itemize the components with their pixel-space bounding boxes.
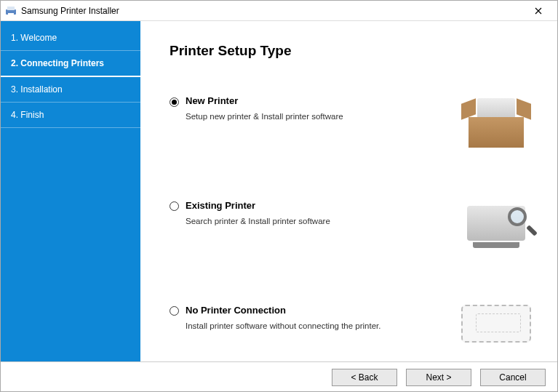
sidebar-item-label: 3. Installation <box>11 84 63 95</box>
close-button[interactable] <box>524 1 553 20</box>
cancel-button[interactable]: Cancel <box>480 369 546 386</box>
printer-in-box-icon <box>461 95 531 152</box>
option-title: New Printer <box>186 95 445 106</box>
window-title: Samsung Printer Installer <box>21 6 524 16</box>
option-title: Existing Printer <box>186 200 445 211</box>
option-no-printer[interactable]: No Printer Connection Install printer so… <box>170 305 540 369</box>
ghost-printer-icon <box>461 305 531 343</box>
app-icon <box>5 5 17 17</box>
svg-rect-1 <box>7 7 15 10</box>
page-title: Printer Setup Type <box>170 43 540 59</box>
sidebar-item-label: 4. Finish <box>11 110 44 120</box>
option-desc: Install printer software without connect… <box>186 321 445 330</box>
radio-new-printer[interactable] <box>170 97 179 107</box>
sidebar-item-installation[interactable]: 3. Installation <box>1 77 140 103</box>
titlebar: Samsung Printer Installer <box>1 1 557 21</box>
sidebar-item-finish[interactable]: 4. Finish <box>1 103 140 128</box>
back-button[interactable]: < Back <box>332 369 397 386</box>
next-button[interactable]: Next > <box>406 369 471 386</box>
option-desc: Setup new printer & Install printer soft… <box>186 112 445 121</box>
sidebar-item-welcome[interactable]: 1. Welcome <box>1 25 140 51</box>
sidebar: 1. Welcome 2. Connecting Printers 3. Ins… <box>1 21 140 361</box>
option-desc: Search printer & Install printer softwar… <box>186 217 445 225</box>
option-existing-printer[interactable]: Existing Printer Search printer & Instal… <box>170 200 540 264</box>
option-new-printer[interactable]: New Printer Setup new printer & Install … <box>170 95 540 159</box>
sidebar-item-label: 2. Connecting Printers <box>11 58 104 68</box>
magnifier-icon <box>508 207 533 232</box>
sidebar-item-label: 1. Welcome <box>11 33 57 43</box>
sidebar-item-connecting[interactable]: 2. Connecting Printers <box>1 51 140 77</box>
radio-existing-printer[interactable] <box>170 201 179 211</box>
radio-no-printer[interactable] <box>170 306 179 316</box>
main-panel: Printer Setup Type New Printer Setup new… <box>140 21 557 361</box>
option-title: No Printer Connection <box>186 305 445 316</box>
body: 1. Welcome 2. Connecting Printers 3. Ins… <box>1 21 557 361</box>
svg-rect-2 <box>8 13 14 15</box>
printer-search-icon <box>463 200 530 248</box>
